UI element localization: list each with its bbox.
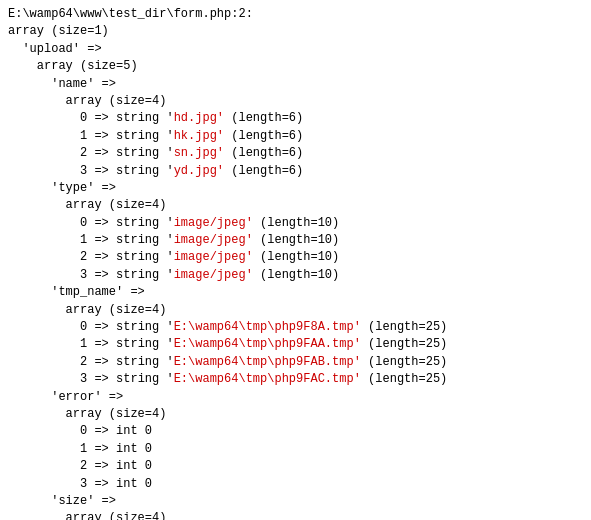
code-output: array (size=1) 'upload' => array (size=5… xyxy=(8,23,583,520)
code-line: 0 => string 'hd.jpg' (length=6) xyxy=(8,110,583,127)
code-line: 3 => int 0 xyxy=(8,476,583,493)
code-line: 'name' => xyxy=(8,76,583,93)
code-line: 0 => string 'E:\wamp64\tmp\php9F8A.tmp' … xyxy=(8,319,583,336)
code-line: 0 => string 'image/jpeg' (length=10) xyxy=(8,215,583,232)
code-line: array (size=4) xyxy=(8,302,583,319)
code-line: 'size' => xyxy=(8,493,583,510)
code-line: 'error' => xyxy=(8,389,583,406)
code-line: 'type' => xyxy=(8,180,583,197)
code-line: 0 => int 0 xyxy=(8,423,583,440)
code-line: 1 => string 'hk.jpg' (length=6) xyxy=(8,128,583,145)
code-line: 1 => int 0 xyxy=(8,441,583,458)
code-line: 3 => string 'E:\wamp64\tmp\php9FAC.tmp' … xyxy=(8,371,583,388)
code-line: 'upload' => xyxy=(8,41,583,58)
code-line: 1 => string 'E:\wamp64\tmp\php9FAA.tmp' … xyxy=(8,336,583,353)
code-line: array (size=1) xyxy=(8,23,583,40)
code-line: 2 => int 0 xyxy=(8,458,583,475)
code-line: 3 => string 'yd.jpg' (length=6) xyxy=(8,163,583,180)
code-line: array (size=4) xyxy=(8,197,583,214)
code-line: array (size=5) xyxy=(8,58,583,75)
code-line: array (size=4) xyxy=(8,406,583,423)
code-line: 3 => string 'image/jpeg' (length=10) xyxy=(8,267,583,284)
code-line: 2 => string 'sn.jpg' (length=6) xyxy=(8,145,583,162)
code-line: 2 => string 'image/jpeg' (length=10) xyxy=(8,249,583,266)
code-line: array (size=4) xyxy=(8,510,583,520)
code-line: 1 => string 'image/jpeg' (length=10) xyxy=(8,232,583,249)
code-line: 2 => string 'E:\wamp64\tmp\php9FAB.tmp' … xyxy=(8,354,583,371)
code-line: 'tmp_name' => xyxy=(8,284,583,301)
code-line: array (size=4) xyxy=(8,93,583,110)
header-line: E:\wamp64\www\test_dir\form.php:2: xyxy=(8,6,583,23)
